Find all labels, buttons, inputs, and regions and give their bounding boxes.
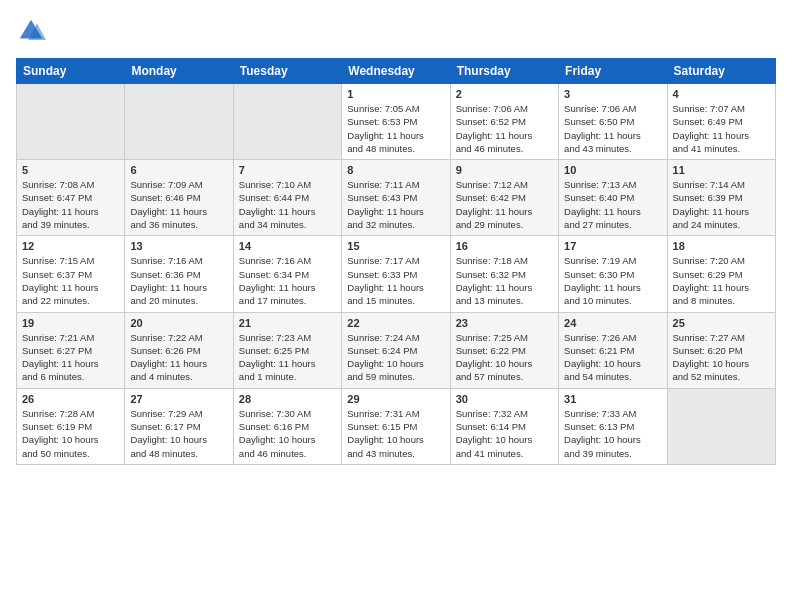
day-info: Sunrise: 7:33 AM Sunset: 6:13 PM Dayligh… — [564, 407, 661, 460]
day-number: 23 — [456, 317, 553, 329]
day-info: Sunrise: 7:23 AM Sunset: 6:25 PM Dayligh… — [239, 331, 336, 384]
col-header-wednesday: Wednesday — [342, 59, 450, 84]
day-number: 31 — [564, 393, 661, 405]
calendar-cell: 13Sunrise: 7:16 AM Sunset: 6:36 PM Dayli… — [125, 236, 233, 312]
day-number: 22 — [347, 317, 444, 329]
day-info: Sunrise: 7:08 AM Sunset: 6:47 PM Dayligh… — [22, 178, 119, 231]
col-header-sunday: Sunday — [17, 59, 125, 84]
day-number: 7 — [239, 164, 336, 176]
day-info: Sunrise: 7:21 AM Sunset: 6:27 PM Dayligh… — [22, 331, 119, 384]
day-number: 12 — [22, 240, 119, 252]
calendar-cell — [17, 84, 125, 160]
calendar-cell: 21Sunrise: 7:23 AM Sunset: 6:25 PM Dayli… — [233, 312, 341, 388]
day-info: Sunrise: 7:06 AM Sunset: 6:50 PM Dayligh… — [564, 102, 661, 155]
calendar-cell: 27Sunrise: 7:29 AM Sunset: 6:17 PM Dayli… — [125, 388, 233, 464]
day-number: 6 — [130, 164, 227, 176]
calendar-cell — [667, 388, 775, 464]
day-info: Sunrise: 7:27 AM Sunset: 6:20 PM Dayligh… — [673, 331, 770, 384]
calendar-cell — [233, 84, 341, 160]
day-info: Sunrise: 7:10 AM Sunset: 6:44 PM Dayligh… — [239, 178, 336, 231]
day-info: Sunrise: 7:28 AM Sunset: 6:19 PM Dayligh… — [22, 407, 119, 460]
day-info: Sunrise: 7:05 AM Sunset: 6:53 PM Dayligh… — [347, 102, 444, 155]
day-info: Sunrise: 7:16 AM Sunset: 6:34 PM Dayligh… — [239, 254, 336, 307]
page-header — [16, 16, 776, 46]
col-header-thursday: Thursday — [450, 59, 558, 84]
day-number: 19 — [22, 317, 119, 329]
day-info: Sunrise: 7:11 AM Sunset: 6:43 PM Dayligh… — [347, 178, 444, 231]
calendar-cell: 1Sunrise: 7:05 AM Sunset: 6:53 PM Daylig… — [342, 84, 450, 160]
day-info: Sunrise: 7:15 AM Sunset: 6:37 PM Dayligh… — [22, 254, 119, 307]
calendar-cell: 2Sunrise: 7:06 AM Sunset: 6:52 PM Daylig… — [450, 84, 558, 160]
calendar-cell: 28Sunrise: 7:30 AM Sunset: 6:16 PM Dayli… — [233, 388, 341, 464]
day-number: 14 — [239, 240, 336, 252]
calendar-cell: 31Sunrise: 7:33 AM Sunset: 6:13 PM Dayli… — [559, 388, 667, 464]
calendar-cell: 22Sunrise: 7:24 AM Sunset: 6:24 PM Dayli… — [342, 312, 450, 388]
col-header-monday: Monday — [125, 59, 233, 84]
day-info: Sunrise: 7:32 AM Sunset: 6:14 PM Dayligh… — [456, 407, 553, 460]
day-info: Sunrise: 7:31 AM Sunset: 6:15 PM Dayligh… — [347, 407, 444, 460]
week-row-4: 19Sunrise: 7:21 AM Sunset: 6:27 PM Dayli… — [17, 312, 776, 388]
day-number: 17 — [564, 240, 661, 252]
day-number: 28 — [239, 393, 336, 405]
day-info: Sunrise: 7:13 AM Sunset: 6:40 PM Dayligh… — [564, 178, 661, 231]
day-number: 1 — [347, 88, 444, 100]
calendar-cell: 7Sunrise: 7:10 AM Sunset: 6:44 PM Daylig… — [233, 160, 341, 236]
calendar-cell: 8Sunrise: 7:11 AM Sunset: 6:43 PM Daylig… — [342, 160, 450, 236]
day-number: 15 — [347, 240, 444, 252]
day-number: 18 — [673, 240, 770, 252]
calendar-cell: 15Sunrise: 7:17 AM Sunset: 6:33 PM Dayli… — [342, 236, 450, 312]
week-row-1: 1Sunrise: 7:05 AM Sunset: 6:53 PM Daylig… — [17, 84, 776, 160]
col-header-saturday: Saturday — [667, 59, 775, 84]
calendar-cell: 17Sunrise: 7:19 AM Sunset: 6:30 PM Dayli… — [559, 236, 667, 312]
col-header-friday: Friday — [559, 59, 667, 84]
calendar-cell: 30Sunrise: 7:32 AM Sunset: 6:14 PM Dayli… — [450, 388, 558, 464]
calendar-cell: 18Sunrise: 7:20 AM Sunset: 6:29 PM Dayli… — [667, 236, 775, 312]
day-info: Sunrise: 7:16 AM Sunset: 6:36 PM Dayligh… — [130, 254, 227, 307]
calendar-cell: 16Sunrise: 7:18 AM Sunset: 6:32 PM Dayli… — [450, 236, 558, 312]
day-info: Sunrise: 7:19 AM Sunset: 6:30 PM Dayligh… — [564, 254, 661, 307]
calendar-cell: 3Sunrise: 7:06 AM Sunset: 6:50 PM Daylig… — [559, 84, 667, 160]
day-info: Sunrise: 7:12 AM Sunset: 6:42 PM Dayligh… — [456, 178, 553, 231]
logo — [16, 16, 50, 46]
day-number: 25 — [673, 317, 770, 329]
week-row-2: 5Sunrise: 7:08 AM Sunset: 6:47 PM Daylig… — [17, 160, 776, 236]
day-info: Sunrise: 7:25 AM Sunset: 6:22 PM Dayligh… — [456, 331, 553, 384]
calendar-cell: 29Sunrise: 7:31 AM Sunset: 6:15 PM Dayli… — [342, 388, 450, 464]
calendar-cell: 11Sunrise: 7:14 AM Sunset: 6:39 PM Dayli… — [667, 160, 775, 236]
calendar-cell: 20Sunrise: 7:22 AM Sunset: 6:26 PM Dayli… — [125, 312, 233, 388]
day-number: 16 — [456, 240, 553, 252]
day-number: 13 — [130, 240, 227, 252]
day-number: 21 — [239, 317, 336, 329]
calendar-cell: 6Sunrise: 7:09 AM Sunset: 6:46 PM Daylig… — [125, 160, 233, 236]
day-number: 10 — [564, 164, 661, 176]
day-info: Sunrise: 7:24 AM Sunset: 6:24 PM Dayligh… — [347, 331, 444, 384]
calendar-cell: 10Sunrise: 7:13 AM Sunset: 6:40 PM Dayli… — [559, 160, 667, 236]
day-info: Sunrise: 7:26 AM Sunset: 6:21 PM Dayligh… — [564, 331, 661, 384]
calendar-cell: 12Sunrise: 7:15 AM Sunset: 6:37 PM Dayli… — [17, 236, 125, 312]
calendar-table: SundayMondayTuesdayWednesdayThursdayFrid… — [16, 58, 776, 465]
day-info: Sunrise: 7:06 AM Sunset: 6:52 PM Dayligh… — [456, 102, 553, 155]
week-row-3: 12Sunrise: 7:15 AM Sunset: 6:37 PM Dayli… — [17, 236, 776, 312]
calendar-cell: 23Sunrise: 7:25 AM Sunset: 6:22 PM Dayli… — [450, 312, 558, 388]
day-number: 9 — [456, 164, 553, 176]
calendar-cell: 14Sunrise: 7:16 AM Sunset: 6:34 PM Dayli… — [233, 236, 341, 312]
day-number: 20 — [130, 317, 227, 329]
calendar-cell: 4Sunrise: 7:07 AM Sunset: 6:49 PM Daylig… — [667, 84, 775, 160]
day-info: Sunrise: 7:22 AM Sunset: 6:26 PM Dayligh… — [130, 331, 227, 384]
day-info: Sunrise: 7:09 AM Sunset: 6:46 PM Dayligh… — [130, 178, 227, 231]
day-number: 3 — [564, 88, 661, 100]
day-number: 27 — [130, 393, 227, 405]
logo-icon — [16, 16, 46, 46]
day-info: Sunrise: 7:07 AM Sunset: 6:49 PM Dayligh… — [673, 102, 770, 155]
week-row-5: 26Sunrise: 7:28 AM Sunset: 6:19 PM Dayli… — [17, 388, 776, 464]
day-info: Sunrise: 7:29 AM Sunset: 6:17 PM Dayligh… — [130, 407, 227, 460]
calendar-cell: 5Sunrise: 7:08 AM Sunset: 6:47 PM Daylig… — [17, 160, 125, 236]
day-number: 29 — [347, 393, 444, 405]
day-info: Sunrise: 7:20 AM Sunset: 6:29 PM Dayligh… — [673, 254, 770, 307]
day-number: 26 — [22, 393, 119, 405]
day-info: Sunrise: 7:17 AM Sunset: 6:33 PM Dayligh… — [347, 254, 444, 307]
calendar-cell: 25Sunrise: 7:27 AM Sunset: 6:20 PM Dayli… — [667, 312, 775, 388]
day-number: 30 — [456, 393, 553, 405]
day-number: 4 — [673, 88, 770, 100]
calendar-cell: 9Sunrise: 7:12 AM Sunset: 6:42 PM Daylig… — [450, 160, 558, 236]
